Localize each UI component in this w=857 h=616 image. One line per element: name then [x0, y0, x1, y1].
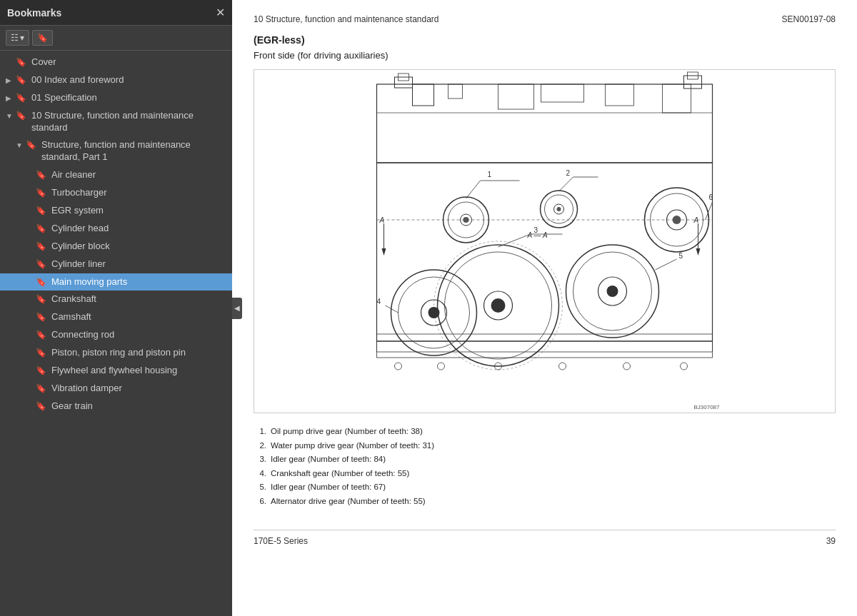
- part-num-1: 1.: [254, 425, 266, 439]
- bookmark-item-turbo[interactable]: 🔖 Turbocharger: [0, 184, 232, 202]
- part-item-3: 3. Idler gear (Number of teeth: 84): [254, 453, 836, 467]
- bookmark-label-cover: Cover: [31, 56, 226, 69]
- part-num-5: 5.: [254, 480, 266, 495]
- svg-text:A: A: [379, 216, 385, 224]
- bookmark-item-cyl-head[interactable]: 🔖 Cylinder head: [0, 220, 232, 238]
- part-text-3: Idler gear (Number of teeth: 84): [271, 453, 386, 467]
- part-num-3: 3.: [254, 453, 266, 467]
- close-button[interactable]: ✕: [216, 6, 225, 19]
- bookmark-icon-cover: 🔖: [16, 57, 27, 69]
- bookmark-label-flywheel: Flywheel and flywheel housing: [51, 365, 226, 377]
- svg-point-30: [463, 217, 469, 223]
- bookmark-label-camshaft: Camshaft: [51, 311, 226, 323]
- doc-header: 10 Structure, function and maintenance s…: [254, 14, 836, 24]
- bookmark-icon-conn-rod: 🔖: [36, 330, 47, 341]
- bookmark-item-gear[interactable]: 🔖 Gear train: [0, 398, 232, 415]
- part-text-4: Crankshaft gear (Number of teeth: 55): [271, 467, 409, 481]
- svg-point-46: [673, 216, 681, 224]
- svg-point-26: [491, 298, 506, 313]
- bookmark-label-cyl-head: Cylinder head: [51, 223, 226, 235]
- part-text-5: Idler gear (Number of teeth: 67): [271, 480, 386, 495]
- svg-text:2: 2: [566, 169, 571, 177]
- bookmark-label-turbo: Turbocharger: [51, 187, 226, 199]
- part-text-2: Water pump drive gear (Number of teeth: …: [271, 439, 434, 453]
- bookmark-item-vibration[interactable]: 🔖 Vibration damper: [0, 380, 232, 398]
- doc-subtitle: Front side (for driving auxiliaries): [254, 50, 836, 61]
- dropdown-arrow-icon: ▾: [20, 33, 24, 43]
- bookmark-icon-struct-part: 🔖: [26, 140, 37, 151]
- part-item-4: 4. Crankshaft gear (Number of teeth: 55): [254, 467, 836, 481]
- bookmark-item-cyl-liner[interactable]: 🔖 Cylinder liner: [0, 256, 232, 273]
- bookmark-label-main-moving: Main moving parts: [51, 276, 226, 288]
- bookmark-item-idx[interactable]: ▶ 🔖 00 Index and foreword: [0, 71, 232, 89]
- arrow-spec: ▶: [6, 94, 16, 103]
- sidebar: Bookmarks ✕ ☷ ▾ 🔖 🔖 Cover ▶ 🔖 00 Index a…: [0, 0, 232, 616]
- bookmark-label-cyl-block: Cylinder block: [51, 241, 226, 253]
- bookmark-label-struct-part: Structure, function and maintenance stan…: [41, 139, 226, 163]
- svg-text:1: 1: [488, 171, 492, 178]
- bookmark-item-struct[interactable]: ▼ 🔖 10 Structure, function and maintenan…: [0, 107, 232, 137]
- bookmark-label-piston: Piston, piston ring and piston pin: [51, 347, 226, 359]
- bookmark-icon-piston: 🔖: [36, 348, 47, 359]
- bookmark-icon-toolbar: 🔖: [37, 33, 48, 43]
- part-num-2: 2.: [254, 439, 266, 453]
- doc-section: 10 Structure, function and maintenance s…: [254, 14, 439, 24]
- bookmark-icon-vibration: 🔖: [36, 383, 47, 395]
- bookmark-item-egr[interactable]: 🔖 EGR system: [0, 202, 232, 220]
- toolbar-layout-button[interactable]: ☷ ▾: [6, 30, 29, 46]
- bookmark-label-crankshaft: Crankshaft: [51, 293, 226, 306]
- bookmark-item-crankshaft[interactable]: 🔖 Crankshaft: [0, 291, 232, 308]
- part-item-1: 1. Oil pump drive gear (Number of teeth:…: [254, 425, 836, 439]
- bookmark-icon-egr: 🔖: [36, 206, 47, 217]
- collapse-sidebar-handle[interactable]: ◀: [232, 298, 242, 319]
- bookmark-label-idx: 00 Index and foreword: [31, 74, 226, 86]
- part-item-2: 2. Water pump drive gear (Number of teet…: [254, 439, 836, 453]
- bookmark-icon-gear: 🔖: [36, 401, 47, 413]
- bookmark-icon-struct: 🔖: [16, 111, 27, 122]
- bookmark-icon-turbo: 🔖: [36, 188, 47, 199]
- doc-code: SEN00197-08: [782, 14, 836, 24]
- footer-series: 170E-5 Series: [254, 536, 308, 546]
- sidebar-title: Bookmarks: [7, 7, 61, 19]
- part-num-6: 6.: [254, 495, 266, 509]
- bookmark-item-piston[interactable]: 🔖 Piston, piston ring and piston pin: [0, 344, 232, 362]
- svg-text:6: 6: [709, 193, 713, 201]
- doc-footer: 170E-5 Series 39: [254, 530, 836, 546]
- bookmark-icon-cyl-block: 🔖: [36, 241, 47, 253]
- bookmark-icon-crankshaft: 🔖: [36, 294, 47, 306]
- bookmark-item-air[interactable]: 🔖 Air cleaner: [0, 166, 232, 184]
- svg-text:3: 3: [534, 226, 538, 234]
- part-num-4: 4.: [254, 467, 266, 481]
- bookmark-label-air: Air cleaner: [51, 169, 226, 181]
- svg-text:BJ307087: BJ307087: [693, 404, 720, 410]
- bookmark-item-camshaft[interactable]: 🔖 Camshaft: [0, 308, 232, 326]
- arrow-idx: ▶: [6, 76, 16, 85]
- diagram-container: A — A A A: [254, 69, 836, 413]
- bookmark-label-struct: 10 Structure, function and maintenance s…: [31, 110, 226, 134]
- main-content: 10 Structure, function and maintenance s…: [232, 0, 857, 616]
- bookmark-icon-camshaft: 🔖: [36, 312, 47, 323]
- part-text-6: Alternator drive gear (Number of teeth: …: [271, 495, 426, 509]
- bookmark-icon-cyl-head: 🔖: [36, 223, 47, 235]
- part-item-5: 5. Idler gear (Number of teeth: 67): [254, 480, 836, 495]
- bookmark-icon-air: 🔖: [36, 170, 47, 181]
- bookmark-icon-cyl-liner: 🔖: [36, 259, 47, 271]
- bookmark-item-main-moving[interactable]: 🔖 Main moving parts: [0, 273, 232, 291]
- svg-rect-0: [356, 70, 734, 413]
- bookmark-item-spec[interactable]: ▶ 🔖 01 Specification: [0, 89, 232, 107]
- bookmark-item-flywheel[interactable]: 🔖 Flywheel and flywheel housing: [0, 362, 232, 380]
- bookmark-label-spec: 01 Specification: [31, 92, 226, 104]
- bookmark-item-cyl-block[interactable]: 🔖 Cylinder block: [0, 238, 232, 256]
- part-text-1: Oil pump drive gear (Number of teeth: 38…: [271, 425, 423, 439]
- bookmark-item-conn-rod[interactable]: 🔖 Connecting rod: [0, 326, 232, 344]
- svg-point-38: [557, 207, 561, 211]
- bookmark-item-struct-part[interactable]: ▼ 🔖 Structure, function and maintenance …: [0, 136, 232, 166]
- arrow-struct-part: ▼: [16, 141, 26, 150]
- part-item-6: 6. Alternator drive gear (Number of teet…: [254, 495, 836, 509]
- toolbar-bookmark-button[interactable]: 🔖: [32, 30, 53, 46]
- bookmark-label-conn-rod: Connecting rod: [51, 329, 226, 341]
- svg-text:4: 4: [377, 298, 381, 306]
- bookmark-item-cover[interactable]: 🔖 Cover: [0, 54, 232, 71]
- bookmark-icon-spec: 🔖: [16, 93, 27, 104]
- gear-diagram: A — A A A: [254, 70, 835, 413]
